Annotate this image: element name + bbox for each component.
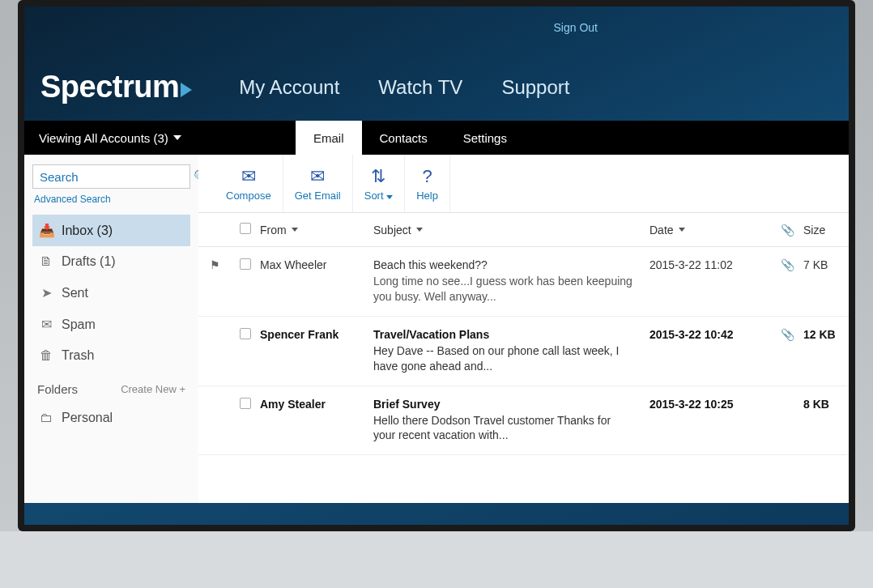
folder-inbox[interactable]: 📥 Inbox (3) (32, 215, 190, 246)
message-size: 7 KB (803, 258, 849, 305)
folder-label: Sent (62, 286, 88, 300)
sort-icon: ⇅ (371, 166, 385, 187)
message-row[interactable]: Spencer FrankTravel/Vacation PlansHey Da… (198, 317, 849, 386)
message-subject: Travel/Vacation Plans (373, 328, 489, 341)
create-folder-button[interactable]: Create New + (121, 383, 185, 395)
get-email-button[interactable]: ✉ Get Email (283, 155, 353, 212)
nav-support[interactable]: Support (501, 76, 569, 99)
folder-label: Personal (62, 411, 113, 425)
flag-icon: ⚑ (210, 258, 220, 271)
column-from[interactable]: From (260, 224, 373, 236)
message-preview: Hey Dave -- Based on our phone call last… (373, 343, 633, 374)
monitor-stand (0, 531, 873, 588)
folder-label: Drafts (1) (62, 254, 116, 269)
tool-label: Sort (364, 190, 393, 202)
play-icon (181, 83, 192, 97)
chevron-down-icon (292, 228, 298, 232)
message-from: Spencer Frank (260, 328, 373, 374)
folder-icon: 🗀 (39, 411, 53, 425)
folder-sent[interactable]: ➤ Sent (32, 277, 190, 309)
column-date[interactable]: Date (649, 224, 771, 236)
attachment-icon: 📎 (781, 328, 794, 341)
nav-my-account[interactable]: My Account (239, 76, 339, 99)
sub-nav-bar: Viewing All Accounts (3) Email Contacts … (24, 121, 849, 155)
sort-button[interactable]: ⇅ Sort (353, 155, 405, 212)
advanced-search-link[interactable]: Advanced Search (32, 189, 190, 215)
folders-section-label: Folders (37, 382, 78, 396)
inbox-icon: 📥 (39, 223, 53, 238)
folder-trash[interactable]: 🗑 Trash (32, 340, 190, 371)
accounts-label: Viewing All Accounts (3) (39, 131, 168, 145)
column-size[interactable]: Size (803, 224, 849, 236)
nav-watch-tv[interactable]: Watch TV (378, 76, 462, 99)
folder-spam[interactable]: ✉ Spam (32, 309, 190, 340)
brand-logo: Spectrum (40, 70, 192, 104)
message-list: ⚑Max WheelerBeach this weekend??Long tim… (198, 247, 849, 455)
tool-label: Help (416, 190, 438, 202)
tool-label: Compose (226, 190, 271, 202)
tab-email[interactable]: Email (296, 121, 362, 155)
chevron-down-icon (679, 228, 685, 232)
message-from: Amy Stealer (260, 398, 373, 444)
folder-label: Spam (62, 317, 96, 332)
sign-out-link[interactable]: Sign Out (554, 21, 598, 34)
column-subject[interactable]: Subject (373, 224, 649, 236)
message-size: 8 KB (803, 398, 849, 444)
message-preview: Hello there Dodson Travel customer Thank… (373, 413, 633, 444)
message-size: 12 KB (803, 328, 849, 374)
accounts-dropdown[interactable]: Viewing All Accounts (3) (24, 131, 296, 145)
tab-contacts[interactable]: Contacts (362, 121, 445, 155)
search-input[interactable] (40, 170, 194, 184)
message-list-header: From Subject Date 📎 Size (198, 213, 849, 247)
main-header: Spectrum My Account Watch TV Support (24, 47, 849, 121)
message-subject: Beach this weekend?? (373, 258, 488, 271)
chevron-down-icon (173, 135, 181, 140)
folder-label: Trash (62, 348, 94, 363)
spam-icon: ✉ (39, 317, 53, 332)
help-icon: ? (422, 166, 432, 187)
message-date: 2015-3-22 10:42 (649, 328, 771, 374)
row-checkbox[interactable] (240, 398, 251, 409)
attachment-icon: 📎 (781, 224, 794, 236)
search-box[interactable]: 🔍 (32, 164, 190, 189)
row-checkbox[interactable] (240, 258, 251, 270)
message-date: 2015-3-22 11:02 (649, 258, 771, 305)
attachment-icon: 📎 (781, 258, 794, 271)
message-row[interactable]: ⚑Max WheelerBeach this weekend??Long tim… (198, 247, 849, 317)
message-from: Max Wheeler (260, 258, 373, 305)
brand-name: Spectrum (40, 70, 179, 104)
folder-drafts[interactable]: 🗎 Drafts (1) (32, 246, 190, 277)
compose-icon: ✉ (241, 166, 256, 187)
message-date: 2015-3-22 10:25 (649, 398, 771, 444)
tab-settings[interactable]: Settings (445, 121, 525, 155)
message-subject: Brief Survey (373, 398, 440, 411)
message-row[interactable]: Amy StealerBrief SurveyHello there Dodso… (198, 386, 849, 456)
folder-personal[interactable]: 🗀 Personal (32, 403, 190, 433)
help-button[interactable]: ? Help (405, 155, 450, 212)
message-preview: Long time no see...I guess work has been… (373, 274, 633, 305)
tool-label: Get Email (295, 190, 341, 202)
sidebar: 🔍 Advanced Search 📥 Inbox (3) 🗎 Drafts (… (24, 155, 198, 503)
chevron-down-icon (416, 228, 423, 232)
folder-label: Inbox (3) (62, 224, 113, 238)
toolbar: ✉ Compose ✉ Get Email ⇅ Sort ? Help (198, 155, 849, 213)
compose-button[interactable]: ✉ Compose (215, 155, 283, 212)
drafts-icon: 🗎 (39, 254, 53, 269)
sent-icon: ➤ (39, 285, 53, 300)
get-email-icon: ✉ (310, 166, 325, 187)
row-checkbox[interactable] (240, 328, 251, 339)
select-all-checkbox[interactable] (240, 223, 251, 234)
trash-icon: 🗑 (39, 348, 53, 363)
